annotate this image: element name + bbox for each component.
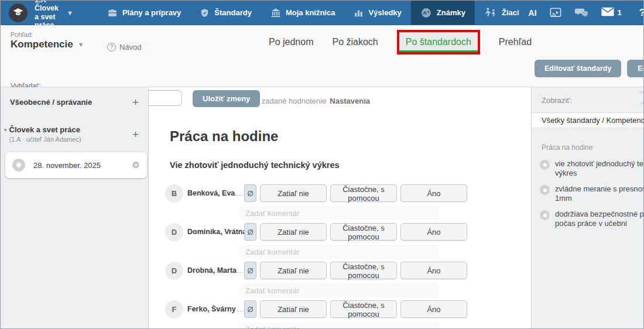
edit-standards-button[interactable]: Editovať štandardy xyxy=(535,60,621,77)
library-icon xyxy=(270,8,281,18)
standard-item[interactable]: dodržiava bezpečnostné pravidlá počas pr… xyxy=(532,210,644,228)
rating-ano-button[interactable]: Áno xyxy=(400,300,467,318)
guide-label: Návod xyxy=(119,43,142,52)
gear-icon[interactable]: ⚙ xyxy=(132,160,140,170)
rating-zatial-nie-button[interactable]: Zatiaľ nie xyxy=(260,300,327,318)
tab-po-standardoch[interactable]: Po štandardoch xyxy=(399,32,478,52)
rating-zatial-nie-button[interactable]: Zatiaľ nie xyxy=(260,223,327,241)
nav-item-plany-a-pripravy[interactable]: Plány a prípravy xyxy=(98,1,190,25)
nav-item-vysledky[interactable]: Výsledky xyxy=(344,1,410,25)
view-tabs: Po jednom Po žiakoch Po štandardoch Preh… xyxy=(269,25,532,59)
plus-icon[interactable]: + xyxy=(132,129,139,140)
nav-item-ziaci[interactable]: Žiaci xyxy=(475,1,529,25)
record-dot-icon xyxy=(540,210,550,220)
nav-item-label: Štandardy xyxy=(214,8,252,17)
edit-button-clipped[interactable]: Editova xyxy=(627,60,644,77)
rating-null-button[interactable]: Ø xyxy=(244,184,256,202)
standards-group-label: Práca na hodine xyxy=(542,143,644,152)
sidebar-group-title: Človek a svet práce xyxy=(9,125,81,134)
question-mark-icon: ? xyxy=(639,7,644,19)
dotted-leader xyxy=(238,267,243,273)
nav-right-icons: AI 1 ? Pomoc xyxy=(529,1,644,25)
student-row: D Dominika, Vrátna Ø Zatiaľ nie Čiastočn… xyxy=(157,221,531,260)
record-dot-icon xyxy=(540,160,550,170)
nav-item-standardy[interactable]: Štandardy xyxy=(190,1,261,25)
comment-input[interactable] xyxy=(239,245,439,259)
students-walking-icon xyxy=(484,7,497,18)
tab-po-ziakoch[interactable]: Po žiakoch xyxy=(333,37,378,47)
mail-badge: 1 xyxy=(618,8,622,17)
help-circle-icon: ? xyxy=(107,43,116,52)
rating-ciastocne-button[interactable]: Čiastočne, s pomocou xyxy=(330,300,397,318)
sidebar-group-clovek-a-svet-prace[interactable]: ▾ Človek a svet práce (1.A · učiteľ Ján … xyxy=(4,125,139,143)
chevron-down-icon: ▼ xyxy=(78,41,84,48)
student-row: F Ferko, Švárny Ø Zatiaľ nie Čiastočne, … xyxy=(157,299,531,329)
shield-check-icon xyxy=(200,8,210,18)
tab-prehlad[interactable]: Prehľad xyxy=(499,37,532,47)
save-changes-button[interactable]: Uložiť zmeny xyxy=(193,90,260,107)
avatar: D xyxy=(165,262,183,280)
graduation-cap-icon xyxy=(12,6,24,20)
caret-down-icon: ▾ xyxy=(4,127,7,143)
chat-icon[interactable] xyxy=(574,7,588,18)
record-dot-icon xyxy=(12,159,25,172)
nav-item-label: Výsledky xyxy=(368,8,401,17)
lesson-date-card[interactable]: 28. november. 2025 ⚙ xyxy=(5,152,147,178)
rating-ano-button[interactable]: Áno xyxy=(400,223,467,241)
view-label: Pohľad: xyxy=(11,31,33,38)
nav-item-label: Moja knižnica xyxy=(286,8,335,17)
rating-null-button[interactable]: Ø xyxy=(244,223,256,241)
class-subject-selector[interactable]: 1.A Človek a svet práce ▼ xyxy=(1,1,73,25)
envelope-icon xyxy=(601,7,614,18)
settings-link[interactable]: Nastavenia xyxy=(330,97,370,105)
top-navbar: 1.A Človek a svet práce ▼ Plány a prípra… xyxy=(1,1,643,25)
comment-input[interactable] xyxy=(239,206,439,220)
standard-item[interactable]: vie zhotoviť jednoduchý technický výkres xyxy=(532,159,644,178)
rating-null-button[interactable]: Ø xyxy=(244,300,256,318)
ai-button[interactable]: AI xyxy=(529,8,537,18)
view-value: Kompetencie xyxy=(11,39,73,50)
right-sidebar: Zobraziť: Všetky štandardy / Kompetencie… xyxy=(531,87,644,329)
annotation-red-box: Po štandardoch xyxy=(397,30,480,54)
page-header: Pohľad: Kompetencie ▼ ? Návod Po jednom … xyxy=(1,25,643,87)
sidebar-item-vseobecne[interactable]: Všeobecné / správanie + xyxy=(10,97,139,108)
student-list: B Benková, Eva Ø Zatiaľ nie Čiastočne, s… xyxy=(157,183,531,329)
student-row: B Benková, Eva Ø Zatiaľ nie Čiastočne, s… xyxy=(157,183,531,221)
grade-a-plus-icon: A⁺ xyxy=(420,7,432,19)
rating-null-button[interactable]: Ø xyxy=(244,262,256,279)
sidebar-group-subtitle: (1.A · učiteľ Ján Adamec) xyxy=(9,136,81,143)
standard-item[interactable]: zvládne meranie s presnosťou 1mm xyxy=(532,184,644,203)
nav-item-znamky[interactable]: A⁺ Známky xyxy=(411,1,475,25)
comment-input[interactable] xyxy=(239,283,439,297)
avatar: B xyxy=(165,184,183,203)
rating-zatial-nie-button[interactable]: Zatiaľ nie xyxy=(260,184,327,202)
tab-po-jednom[interactable]: Po jednom xyxy=(269,37,314,47)
help-button[interactable]: ? Pomoc xyxy=(639,7,644,19)
rating-ano-button[interactable]: Áno xyxy=(400,262,467,279)
standards-filter-select[interactable]: Všetky štandardy / Kompetencie xyxy=(532,112,644,128)
rating-ciastocne-button[interactable]: Čiastočne, s pomocou xyxy=(330,184,397,202)
plus-icon[interactable]: + xyxy=(132,97,139,108)
record-dot-icon xyxy=(540,185,550,195)
rating-ano-button[interactable]: Áno xyxy=(400,184,467,202)
comment-input[interactable] xyxy=(239,322,439,329)
standard-item-label: dodržiava bezpečnostné pravidlá počas pr… xyxy=(555,210,644,228)
rating-ciastocne-button[interactable]: Čiastočne, s pomocou xyxy=(330,223,397,241)
rating-ciastocne-button[interactable]: Čiastočne, s pomocou xyxy=(330,262,397,279)
screencast-icon[interactable] xyxy=(550,8,561,18)
app-logo[interactable] xyxy=(9,4,28,22)
rating-zatial-nie-button[interactable]: Zatiaľ nie xyxy=(260,262,327,279)
mail-button[interactable]: 1 xyxy=(601,7,622,18)
avatar: F xyxy=(165,300,183,318)
guide-link[interactable]: ? Návod xyxy=(107,43,142,52)
view-selector[interactable]: Kompetencie ▼ xyxy=(11,39,84,50)
svg-text:A⁺: A⁺ xyxy=(423,10,430,16)
standards-list: vie zhotoviť jednoduchý technický výkres… xyxy=(532,159,644,228)
student-name: Dominika, Vrátna xyxy=(187,228,244,236)
content-area: Všeobecné / správanie + ▾ Človek a svet … xyxy=(1,87,643,329)
show-label: Zobraziť: xyxy=(542,96,644,105)
nav-item-label: Plány a prípravy xyxy=(122,8,181,17)
lesson-date-label: 28. november. 2025 xyxy=(33,161,101,170)
nav-item-moja-kniznica[interactable]: Moja knižnica xyxy=(261,1,345,25)
left-sidebar: Všeobecné / správanie + ▾ Človek a svet … xyxy=(1,87,149,329)
